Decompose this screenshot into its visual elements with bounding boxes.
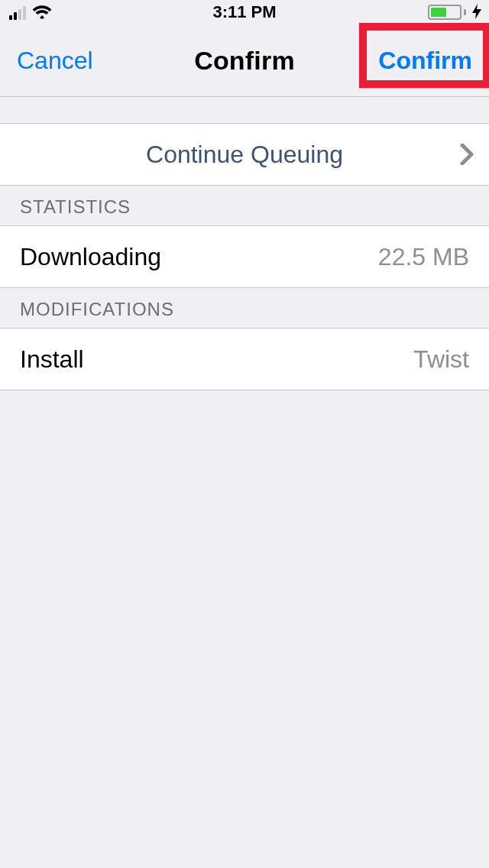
downloading-label: Downloading [20,243,378,271]
downloading-row: Downloading 22.5 MB [0,225,489,288]
continue-queuing-label: Continue Queuing [20,141,469,169]
install-value: Twist [413,345,469,374]
continue-queuing-row[interactable]: Continue Queuing [0,123,489,186]
spacer [0,97,489,123]
confirm-button[interactable]: Confirm [378,47,472,75]
install-label: Install [20,345,413,374]
status-bar: 3:11 PM [0,0,489,24]
nav-bar: Cancel Confirm Confirm [0,24,489,97]
install-row: Install Twist [0,328,489,390]
modifications-header: MODIFICATIONS [0,288,489,328]
wifi-icon [32,5,52,20]
chevron-right-icon [460,144,474,165]
status-right [428,4,481,21]
status-time: 3:11 PM [212,2,276,22]
downloading-value: 22.5 MB [378,243,469,271]
page-title: Confirm [194,46,295,76]
status-left [9,5,52,20]
statistics-header: STATISTICS [0,186,489,225]
cancel-button[interactable]: Cancel [17,47,93,75]
charging-icon [472,4,481,21]
battery-icon [428,5,466,20]
cellular-signal-icon [9,5,26,20]
